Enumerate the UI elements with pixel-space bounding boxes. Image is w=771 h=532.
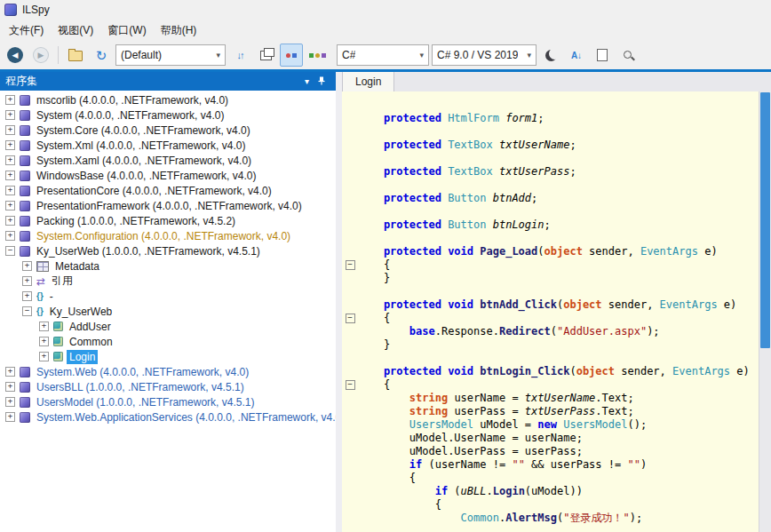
expand-icon[interactable]: + xyxy=(22,291,32,301)
sort-tree-button[interactable]: ↓↑ xyxy=(228,44,251,67)
expand-icon[interactable]: + xyxy=(5,412,15,422)
menu-window[interactable]: 窗口(W) xyxy=(100,20,153,41)
pin-icon[interactable] xyxy=(313,75,330,88)
code-token: protected xyxy=(384,139,448,151)
code-token: e) xyxy=(698,245,718,258)
tree-item-ky-userweb[interactable]: −Ky_UserWeb (1.0.0.0, .NETFramework, v4.… xyxy=(0,243,336,258)
panel-splitter[interactable] xyxy=(336,72,342,532)
expand-icon[interactable]: + xyxy=(22,261,32,271)
tree-item-presentationcore[interactable]: +PresentationCore (4.0.0.0, .NETFramewor… xyxy=(0,183,336,198)
tree-item-empty-namespace[interactable]: +{}- xyxy=(0,289,336,304)
tree-item-label: UsersBLL (1.0.0.0, .NETFramework, v4.5.1… xyxy=(34,380,247,394)
code-line: protected Button btnAdd; xyxy=(342,192,759,205)
main-area: 程序集 ▾ +mscorlib (4.0.0.0, .NETFramework,… xyxy=(0,72,771,532)
expand-icon[interactable]: + xyxy=(5,110,15,120)
expand-icon[interactable]: + xyxy=(5,231,15,241)
expand-icon[interactable]: + xyxy=(39,322,49,331)
expand-icon[interactable]: + xyxy=(5,171,15,180)
menu-help[interactable]: 帮助(H) xyxy=(154,20,204,41)
member-filter-button[interactable] xyxy=(306,44,329,67)
search-button[interactable] xyxy=(616,44,640,67)
panel-menu-chevron-icon[interactable]: ▾ xyxy=(301,76,313,86)
tree-item-usersmodel[interactable]: +UsersModel (1.0.0.0, .NETFramework, v4.… xyxy=(0,394,336,409)
expand-icon[interactable]: + xyxy=(39,337,49,346)
expand-icon[interactable]: + xyxy=(5,216,15,226)
tree-item-common[interactable]: +Common xyxy=(0,334,336,349)
tree-item-windowsbase[interactable]: +WindowsBase (4.0.0.0, .NETFramework, v4… xyxy=(0,168,336,183)
new-tab-button[interactable] xyxy=(254,44,277,67)
expand-icon[interactable]: + xyxy=(22,276,32,286)
fold-margin xyxy=(342,458,358,472)
tree-item-packing[interactable]: +Packing (1.0.0.0, .NETFramework, v4.5.2… xyxy=(0,213,336,228)
collapse-icon[interactable]: − xyxy=(22,306,32,316)
tree-item-system-core[interactable]: +System.Core (4.0.0.0, .NETFramework, v4… xyxy=(0,123,336,138)
code-token: protected xyxy=(384,218,448,231)
expand-icon[interactable]: + xyxy=(5,367,15,377)
tree-item-references[interactable]: +⇄引用 xyxy=(0,274,336,289)
namespace-icon: {} xyxy=(36,291,44,301)
back-icon: ◀ xyxy=(7,47,23,63)
expand-icon[interactable]: + xyxy=(5,95,15,105)
fold-marker-icon[interactable]: − xyxy=(346,380,355,390)
tree-item-metadata[interactable]: +Metadata xyxy=(0,258,336,274)
scrollbar-thumb[interactable] xyxy=(760,92,770,348)
code-token: ; xyxy=(569,165,576,178)
tree-item-mscorlib[interactable]: +mscorlib (4.0.0.0, .NETFramework, v4.0) xyxy=(0,92,336,107)
expand-icon[interactable]: + xyxy=(5,201,15,210)
back-button[interactable]: ◀ xyxy=(4,44,27,67)
language-select[interactable]: C# ▾ xyxy=(337,44,429,66)
sort-assemblies-button[interactable]: A↓ xyxy=(565,44,588,67)
tree-item-usersbll[interactable]: +UsersBLL (1.0.0.0, .NETFramework, v4.5.… xyxy=(0,379,336,394)
tree-item-system-configuration[interactable]: +System.Configuration (4.0.0.0, .NETFram… xyxy=(0,228,336,243)
fold-margin xyxy=(342,405,358,418)
editor-scrollbar[interactable] xyxy=(759,91,771,532)
code-line: protected HtmlForm form1; xyxy=(342,112,759,125)
expand-icon[interactable]: + xyxy=(39,352,49,361)
forward-button[interactable]: ▶ xyxy=(29,44,52,67)
show-all-members-toggle[interactable] xyxy=(280,44,303,67)
tree-item-system-xml[interactable]: +System.Xml (4.0.0.0, .NETFramework, v4.… xyxy=(0,138,336,153)
expand-icon[interactable]: + xyxy=(5,125,15,135)
tree-item-label: AddUser xyxy=(67,320,114,334)
fold-margin xyxy=(342,192,358,205)
tree-item-system-web[interactable]: +System.Web (4.0.0.0, .NETFramework, v4.… xyxy=(0,364,336,379)
expand-icon[interactable]: + xyxy=(5,382,15,392)
code-token: { xyxy=(384,312,390,324)
code-token: new xyxy=(537,418,563,431)
tree-item-system-xaml[interactable]: +System.Xaml (4.0.0.0, .NETFramework, v4… xyxy=(0,153,336,168)
code-text: UsersModel uModel = new UsersModel(); xyxy=(358,418,647,432)
refresh-button[interactable]: ↻ xyxy=(90,44,113,67)
tree-item-label: System.Xaml (4.0.0.0, .NETFramework, v4.… xyxy=(34,154,254,168)
code-line xyxy=(342,152,759,165)
code-token: { xyxy=(384,378,390,391)
app-icon xyxy=(4,4,17,16)
open-file-button[interactable] xyxy=(64,44,87,67)
tree-item-system[interactable]: +System (4.0.0.0, .NETFramework, v4.0) xyxy=(0,107,336,123)
assembly-list-select[interactable]: (Default) ▾ xyxy=(115,44,226,66)
code-token: ) xyxy=(640,458,647,471)
code-token: protected void xyxy=(384,245,480,258)
tree-item-ns-ky-userweb[interactable]: −{}Ky_UserWeb xyxy=(0,304,336,319)
menu-file[interactable]: 文件(F) xyxy=(2,20,51,41)
tree-item-system-web-applicationservices[interactable]: +System.Web.ApplicationServices (4.0.0.0… xyxy=(0,409,336,425)
assembly-icon xyxy=(20,412,30,423)
language-version-select[interactable]: C# 9.0 / VS 2019 ▾ xyxy=(432,44,537,66)
collapse-icon[interactable]: − xyxy=(5,246,15,256)
code-view[interactable]: protected HtmlForm form1;protected TextB… xyxy=(342,91,759,532)
fold-margin xyxy=(342,512,358,525)
expand-icon[interactable]: + xyxy=(5,397,15,407)
code-token: Page_Load xyxy=(480,245,537,258)
theme-toggle-button[interactable] xyxy=(539,44,562,67)
members-icon xyxy=(286,53,297,58)
fold-marker-icon[interactable]: − xyxy=(346,314,355,323)
expand-icon[interactable]: + xyxy=(5,186,15,195)
collapse-all-button[interactable] xyxy=(591,44,614,67)
tree-item-adduser[interactable]: +AddUser xyxy=(0,319,336,334)
tree-item-login[interactable]: +Login xyxy=(0,349,336,364)
menu-view[interactable]: 视图(V) xyxy=(51,20,100,41)
expand-icon[interactable]: + xyxy=(5,140,15,150)
tree-item-presentationframework[interactable]: +PresentationFramework (4.0.0.0, .NETFra… xyxy=(0,198,336,213)
expand-icon[interactable]: + xyxy=(5,155,15,165)
fold-marker-icon[interactable]: − xyxy=(346,260,355,270)
tab-login[interactable]: Login xyxy=(342,72,394,91)
